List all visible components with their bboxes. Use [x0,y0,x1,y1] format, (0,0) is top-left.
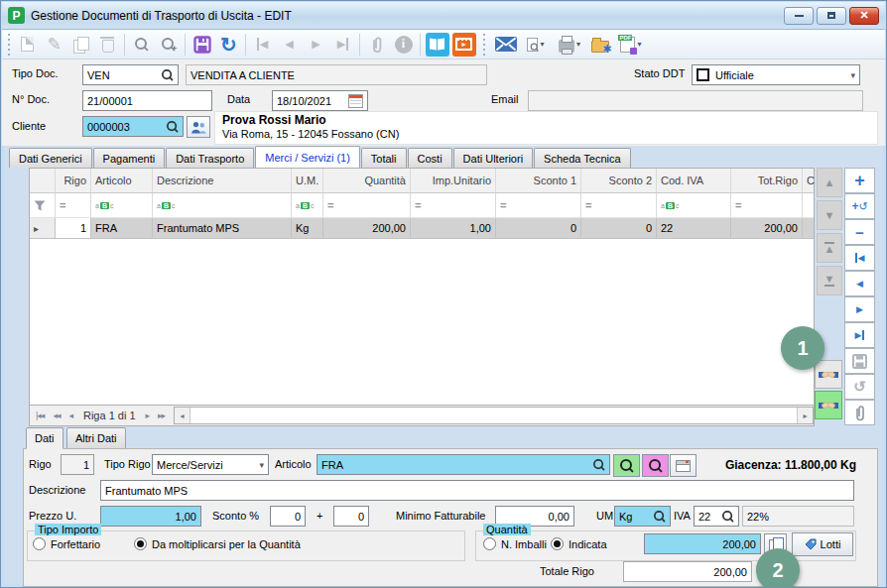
search-add-button[interactable]: + [155,32,182,58]
print-button[interactable]: ▾ [553,32,586,58]
duplicate-button[interactable] [67,32,94,58]
n-doc-input[interactable]: 21/00001 [82,90,212,111]
filter-funnel-cell[interactable] [30,193,56,217]
row-prev-button[interactable]: ◀ [844,271,875,296]
edit-button[interactable]: ✎ [41,32,67,58]
filter-quantita[interactable]: = [323,193,411,217]
sconto2-input[interactable]: 0 [333,506,369,527]
col-header-cod-iva[interactable]: Cod. IVA [657,169,731,192]
row-next-button[interactable]: ▶ [844,296,875,322]
cell-articolo[interactable]: FRA [91,218,153,238]
add-repeat-row-button[interactable]: +↺ [844,193,875,219]
sconto1-input[interactable]: 0 [270,506,306,527]
move-row-down-button[interactable]: ▼ [817,200,842,230]
accordo-attivo-button[interactable] [815,391,842,419]
move-row-up-button[interactable]: ▲ [817,168,842,197]
col-header-sconto2[interactable]: Sconto 2 [581,169,657,192]
send-email-button[interactable] [492,32,519,58]
descrizione-input[interactable]: Frantumato MPS [100,480,854,501]
pager-first-button[interactable]: |◂◂ [36,411,44,420]
archive-settings-button[interactable]: ✱ [586,32,613,58]
tipo-rigo-select[interactable]: Merce/Servizi▾ [152,454,269,475]
dropdown-arrow-icon[interactable]: ▾ [637,40,641,49]
col-header-quantita[interactable]: Quantità [323,169,411,192]
articolo-search-green-button[interactable] [613,454,640,477]
row-first-button[interactable]: ◀ [844,245,875,271]
email-input[interactable] [528,90,863,111]
cell-rigo[interactable]: 1 [56,218,91,238]
articolo-search-pink-button[interactable] [642,454,669,477]
data-input[interactable]: 18/10/2021 [272,90,368,111]
pager-fastprev-button[interactable]: ◂◂ [53,411,60,420]
calendar-icon[interactable] [348,94,363,108]
manual-button[interactable] [424,32,450,58]
cell-sconto1[interactable]: 0 [496,218,581,238]
restore-button[interactable] [817,7,846,25]
search-icon[interactable] [162,69,173,80]
search-icon[interactable] [654,511,665,522]
dropdown-arrow-icon[interactable]: ▾ [576,40,580,49]
attachments-button[interactable] [363,32,390,58]
quantita-input[interactable]: 200,00 [644,533,761,554]
chevron-down-icon[interactable]: ▾ [259,460,264,470]
row-last-button[interactable]: ▶ [844,322,875,348]
radio-forfettario[interactable] [33,537,46,550]
cell-cod-iva[interactable]: 22 [657,218,731,238]
close-button[interactable]: ✕ [849,7,879,25]
print-preview-button[interactable]: ▾ [519,32,553,58]
filter-imp-unitario[interactable]: = [411,193,496,217]
articolo-scheda-button[interactable] [670,454,697,477]
cell-descrizione[interactable]: Frantumato MPS [153,218,292,238]
col-header-descrizione[interactable]: Descrizione [153,169,292,192]
search-button[interactable] [128,32,155,58]
nav-next-button[interactable]: ▶ [303,32,329,58]
row-save-button[interactable] [844,348,875,374]
cell-imp-unitario[interactable]: 1,00 [411,218,496,238]
export-pdf-button[interactable]: PDF▾ [613,32,649,58]
minimize-button[interactable] [784,7,814,25]
nav-prev-button[interactable]: ◀ [276,32,303,58]
cell-quantita[interactable]: 200,00 [323,218,411,238]
tab-costi[interactable]: Costi [408,148,452,168]
tab-dati-trasporto[interactable]: Dati Trasporto [166,148,254,168]
add-row-button[interactable]: + [844,168,875,193]
cell-um[interactable]: Kg [292,218,323,238]
row-undo-button[interactable]: ↺ [844,374,875,400]
chevron-down-icon[interactable]: ▾ [850,70,855,80]
grid-row-selected[interactable]: ▸ 1 FRA Frantumato MPS Kg 200,00 1,00 0 … [30,218,814,239]
info-button[interactable]: i [390,32,417,58]
horizontal-scrollbar[interactable]: ◂ ▸ [174,407,814,424]
detail-tab-dati[interactable]: Dati [26,427,63,449]
detail-tab-altri-dati[interactable]: Altri Dati [66,427,126,449]
filter-tot-rigo[interactable]: = [731,193,803,217]
filter-um[interactable]: aBc [292,193,323,217]
tab-totali[interactable]: Totali [361,148,407,168]
um-input[interactable]: Kg [614,506,671,527]
stato-ddt-select[interactable]: Ufficiale▾ [692,64,860,85]
cell-tot-rigo[interactable]: 200,00 [731,218,803,238]
tab-dati-ulteriori[interactable]: Dati Ulteriori [453,148,534,168]
articolo-input[interactable]: FRA [317,454,610,475]
tipo-doc-input[interactable]: VEN [82,64,179,85]
iva-input[interactable]: 22 [694,506,739,527]
nav-first-button[interactable]: ◀ [249,32,276,58]
pager-fastnext-button[interactable]: ▸▸ [158,411,165,420]
filter-articolo[interactable]: aBc [91,193,153,217]
col-header-imp-unitario[interactable]: Imp.Unitario [411,169,496,192]
save-button[interactable] [189,32,215,58]
pager-next-button[interactable]: ▸ [146,411,150,420]
filter-sconto1[interactable]: = [496,193,581,217]
tab-scheda-tecnica[interactable]: Scheda Tecnica [534,148,630,168]
nav-last-button[interactable]: ▶ [329,32,356,58]
dropdown-arrow-icon[interactable]: ▾ [540,40,544,49]
col-header-tot-rigo[interactable]: Tot.Rigo [731,169,803,192]
remove-row-button[interactable]: − [844,219,875,245]
col-header-partial[interactable]: C [803,169,815,192]
radio-n-imballi[interactable] [483,537,496,550]
tab-pagamenti[interactable]: Pagamenti [93,148,166,168]
col-header-um[interactable]: U.M. [292,169,323,192]
filter-descrizione[interactable]: aBc [153,193,292,217]
video-tutorial-button[interactable]: ▸ [450,32,477,58]
filter-partial[interactable] [803,193,815,217]
radio-da-moltiplicarsi[interactable] [134,537,147,550]
